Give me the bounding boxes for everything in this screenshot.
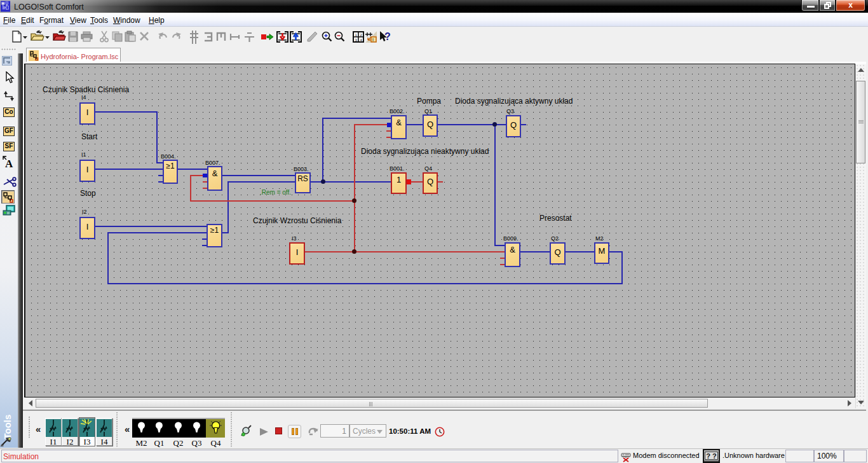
svg-text:A: A bbox=[5, 158, 13, 169]
svg-text:?: ? bbox=[384, 31, 391, 42]
svg-text:I: I bbox=[372, 38, 374, 42]
